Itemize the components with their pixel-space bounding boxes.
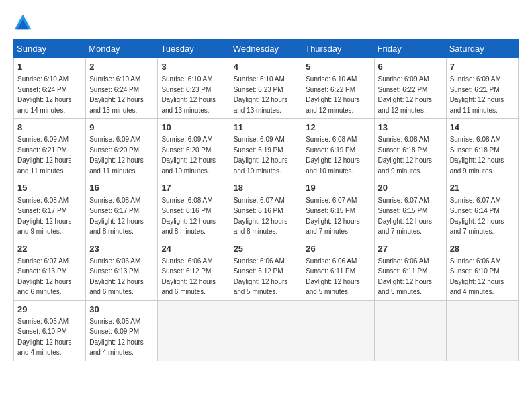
day-cell: 26Sunrise: 6:06 AM Sunset: 6:11 PM Dayli… [302, 240, 374, 300]
day-cell: 16Sunrise: 6:08 AM Sunset: 6:17 PM Dayli… [86, 179, 158, 240]
day-number: 22 [17, 243, 82, 255]
day-number: 4 [234, 61, 299, 73]
day-number: 8 [17, 122, 82, 134]
day-cell: 14Sunrise: 6:08 AM Sunset: 6:18 PM Dayli… [446, 119, 518, 179]
day-cell: 15Sunrise: 6:08 AM Sunset: 6:17 PM Dayli… [14, 179, 86, 240]
day-cell: 1Sunrise: 6:10 AM Sunset: 6:24 PM Daylig… [14, 58, 86, 119]
col-header-tuesday: Tuesday [158, 40, 230, 58]
day-cell: 19Sunrise: 6:07 AM Sunset: 6:15 PM Dayli… [302, 179, 374, 240]
day-number: 18 [234, 182, 299, 194]
day-number: 26 [306, 243, 370, 255]
day-number: 7 [450, 61, 515, 73]
day-info: Sunrise: 6:09 AM Sunset: 6:20 PM Dayligh… [161, 136, 216, 175]
day-cell: 3Sunrise: 6:10 AM Sunset: 6:23 PM Daylig… [158, 58, 230, 119]
day-info: Sunrise: 6:08 AM Sunset: 6:18 PM Dayligh… [450, 136, 504, 175]
day-cell: 30Sunrise: 6:05 AM Sunset: 6:09 PM Dayli… [86, 300, 158, 361]
day-number: 10 [161, 122, 226, 134]
day-info: Sunrise: 6:08 AM Sunset: 6:18 PM Dayligh… [378, 136, 433, 175]
day-number: 29 [17, 304, 82, 316]
day-cell: 25Sunrise: 6:06 AM Sunset: 6:12 PM Dayli… [230, 240, 302, 300]
day-info: Sunrise: 6:06 AM Sunset: 6:11 PM Dayligh… [306, 257, 360, 296]
day-info: Sunrise: 6:09 AM Sunset: 6:19 PM Dayligh… [234, 136, 288, 175]
day-cell: 22Sunrise: 6:07 AM Sunset: 6:13 PM Dayli… [14, 240, 86, 300]
day-info: Sunrise: 6:09 AM Sunset: 6:21 PM Dayligh… [450, 75, 504, 114]
logo [13, 13, 35, 32]
week-row-2: 8Sunrise: 6:09 AM Sunset: 6:21 PM Daylig… [14, 119, 519, 179]
day-cell: 20Sunrise: 6:07 AM Sunset: 6:15 PM Dayli… [374, 179, 446, 240]
week-row-1: 1Sunrise: 6:10 AM Sunset: 6:24 PM Daylig… [14, 58, 519, 119]
day-cell: 13Sunrise: 6:08 AM Sunset: 6:18 PM Dayli… [374, 119, 446, 179]
day-info: Sunrise: 6:06 AM Sunset: 6:10 PM Dayligh… [450, 257, 504, 296]
day-info: Sunrise: 6:05 AM Sunset: 6:09 PM Dayligh… [89, 318, 144, 357]
day-number: 11 [234, 122, 299, 134]
day-cell: 8Sunrise: 6:09 AM Sunset: 6:21 PM Daylig… [14, 119, 86, 179]
day-number: 28 [450, 243, 515, 255]
day-cell [158, 300, 230, 361]
day-cell: 18Sunrise: 6:07 AM Sunset: 6:16 PM Dayli… [230, 179, 302, 240]
calendar: SundayMondayTuesdayWednesdayThursdayFrid… [13, 39, 519, 361]
week-row-5: 29Sunrise: 6:05 AM Sunset: 6:10 PM Dayli… [14, 300, 519, 361]
day-number: 15 [17, 182, 82, 194]
col-header-wednesday: Wednesday [230, 40, 302, 58]
day-cell: 4Sunrise: 6:10 AM Sunset: 6:23 PM Daylig… [230, 58, 302, 119]
week-row-4: 22Sunrise: 6:07 AM Sunset: 6:13 PM Dayli… [14, 240, 519, 300]
day-info: Sunrise: 6:08 AM Sunset: 6:19 PM Dayligh… [306, 136, 360, 175]
day-number: 14 [450, 122, 515, 134]
day-info: Sunrise: 6:07 AM Sunset: 6:13 PM Dayligh… [17, 257, 72, 296]
day-cell [230, 300, 302, 361]
day-cell: 29Sunrise: 6:05 AM Sunset: 6:10 PM Dayli… [14, 300, 86, 361]
day-number: 12 [306, 122, 370, 134]
day-info: Sunrise: 6:06 AM Sunset: 6:12 PM Dayligh… [234, 257, 288, 296]
col-header-friday: Friday [374, 40, 446, 58]
day-info: Sunrise: 6:07 AM Sunset: 6:16 PM Dayligh… [234, 197, 288, 236]
day-number: 27 [378, 243, 443, 255]
header-row: SundayMondayTuesdayWednesdayThursdayFrid… [14, 40, 519, 58]
day-info: Sunrise: 6:08 AM Sunset: 6:17 PM Dayligh… [89, 197, 144, 236]
day-cell: 28Sunrise: 6:06 AM Sunset: 6:10 PM Dayli… [446, 240, 518, 300]
day-cell: 21Sunrise: 6:07 AM Sunset: 6:14 PM Dayli… [446, 179, 518, 240]
day-info: Sunrise: 6:09 AM Sunset: 6:21 PM Dayligh… [17, 136, 72, 175]
day-cell: 6Sunrise: 6:09 AM Sunset: 6:22 PM Daylig… [374, 58, 446, 119]
day-cell [374, 300, 446, 361]
day-number: 3 [161, 61, 226, 73]
day-cell [302, 300, 374, 361]
week-row-3: 15Sunrise: 6:08 AM Sunset: 6:17 PM Dayli… [14, 179, 519, 240]
day-info: Sunrise: 6:07 AM Sunset: 6:15 PM Dayligh… [306, 197, 360, 236]
day-number: 30 [89, 304, 154, 316]
day-cell: 23Sunrise: 6:06 AM Sunset: 6:13 PM Dayli… [86, 240, 158, 300]
day-info: Sunrise: 6:09 AM Sunset: 6:22 PM Dayligh… [378, 75, 433, 114]
day-info: Sunrise: 6:05 AM Sunset: 6:10 PM Dayligh… [17, 318, 72, 357]
day-number: 2 [89, 61, 154, 73]
day-cell: 9Sunrise: 6:09 AM Sunset: 6:20 PM Daylig… [86, 119, 158, 179]
col-header-sunday: Sunday [14, 40, 86, 58]
col-header-saturday: Saturday [446, 40, 518, 58]
day-number: 6 [378, 61, 443, 73]
day-info: Sunrise: 6:08 AM Sunset: 6:17 PM Dayligh… [17, 197, 72, 236]
day-cell: 27Sunrise: 6:06 AM Sunset: 6:11 PM Dayli… [374, 240, 446, 300]
day-info: Sunrise: 6:06 AM Sunset: 6:12 PM Dayligh… [161, 257, 216, 296]
day-number: 25 [234, 243, 299, 255]
day-info: Sunrise: 6:10 AM Sunset: 6:23 PM Dayligh… [234, 75, 288, 114]
day-number: 17 [161, 182, 226, 194]
day-info: Sunrise: 6:07 AM Sunset: 6:14 PM Dayligh… [450, 197, 504, 236]
day-number: 9 [89, 122, 154, 134]
day-number: 24 [161, 243, 226, 255]
day-info: Sunrise: 6:06 AM Sunset: 6:13 PM Dayligh… [89, 257, 144, 296]
day-info: Sunrise: 6:10 AM Sunset: 6:22 PM Dayligh… [306, 75, 360, 114]
day-cell: 12Sunrise: 6:08 AM Sunset: 6:19 PM Dayli… [302, 119, 374, 179]
col-header-thursday: Thursday [302, 40, 374, 58]
day-info: Sunrise: 6:09 AM Sunset: 6:20 PM Dayligh… [89, 136, 144, 175]
day-number: 19 [306, 182, 370, 194]
day-info: Sunrise: 6:10 AM Sunset: 6:23 PM Dayligh… [161, 75, 216, 114]
day-cell: 11Sunrise: 6:09 AM Sunset: 6:19 PM Dayli… [230, 119, 302, 179]
day-info: Sunrise: 6:10 AM Sunset: 6:24 PM Dayligh… [17, 75, 72, 114]
day-cell: 10Sunrise: 6:09 AM Sunset: 6:20 PM Dayli… [158, 119, 230, 179]
day-cell: 17Sunrise: 6:08 AM Sunset: 6:16 PM Dayli… [158, 179, 230, 240]
day-info: Sunrise: 6:08 AM Sunset: 6:16 PM Dayligh… [161, 197, 216, 236]
day-cell: 24Sunrise: 6:06 AM Sunset: 6:12 PM Dayli… [158, 240, 230, 300]
day-number: 1 [17, 61, 82, 73]
day-number: 23 [89, 243, 154, 255]
logo-icon [13, 13, 32, 32]
day-cell: 2Sunrise: 6:10 AM Sunset: 6:24 PM Daylig… [86, 58, 158, 119]
day-number: 20 [378, 182, 443, 194]
